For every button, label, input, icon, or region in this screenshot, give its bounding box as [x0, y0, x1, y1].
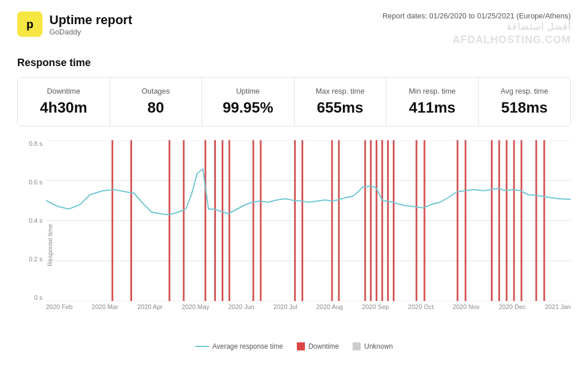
stat-value: 518ms [490, 99, 559, 117]
stat-label: Avg resp. time [490, 87, 559, 95]
stat-card-downtime: Downtime 4h30m [18, 78, 110, 126]
x-label-feb: 2020 Feb [46, 303, 72, 310]
header-right: Report dates: 01/26/2020 to 01/25/2021 (… [382, 11, 571, 47]
logo: p [17, 11, 42, 37]
legend-downtime: Downtime [297, 342, 339, 350]
watermark-arabic: أفضل استضافة [382, 21, 571, 33]
y-label-04: 0.4 s [29, 217, 42, 224]
x-label-dec: 2020 Dec [498, 303, 525, 310]
page-title: Uptime report [49, 13, 132, 28]
svg-rect-30 [498, 140, 500, 301]
section-title: Response time [17, 57, 571, 69]
svg-rect-24 [393, 140, 394, 301]
x-label-aug: 2020 Aug [316, 303, 343, 310]
svg-rect-26 [424, 140, 425, 301]
watermark: أفضل استضافة AFDALHOSTING.COM [382, 21, 571, 47]
chart-container: 0.8 s 0.6 s 0.4 s 0.2 s 0 s Response tim… [17, 140, 571, 335]
stat-card-avg-resp.-time: Avg resp. time 518ms [479, 78, 571, 126]
svg-rect-35 [543, 140, 545, 301]
stat-card-max-resp.-time: Max resp. time 655ms [295, 78, 387, 126]
x-label-may: 2020 May [181, 303, 209, 310]
svg-rect-29 [491, 140, 493, 301]
chart-legend: Average response time Downtime Unknown [17, 342, 571, 350]
header-title-block: Uptime report GoDaddy [49, 13, 132, 36]
stat-value: 4h30m [29, 99, 98, 117]
watermark-english: AFDALHOSTING.COM [382, 33, 571, 47]
y-label-08: 0.8 s [29, 140, 42, 147]
stat-value: 655ms [306, 99, 375, 117]
svg-rect-20 [370, 140, 372, 301]
svg-rect-16 [301, 140, 303, 301]
svg-rect-31 [506, 140, 508, 301]
svg-rect-18 [338, 140, 340, 301]
legend-avg-label: Average response time [212, 342, 283, 350]
svg-rect-22 [381, 140, 383, 301]
x-label-jan: 2021 Jan [545, 303, 571, 310]
svg-rect-10 [214, 140, 216, 301]
svg-rect-19 [364, 140, 366, 301]
legend-avg-line [195, 346, 209, 347]
legend-unknown: Unknown [353, 342, 393, 350]
legend-avg: Average response time [195, 342, 283, 350]
stat-value: 99.95% [214, 99, 283, 117]
svg-rect-12 [229, 140, 230, 301]
stat-card-min-resp.-time: Min resp. time 411ms [386, 78, 479, 126]
svg-rect-27 [457, 140, 458, 301]
svg-rect-21 [376, 140, 377, 301]
stat-label: Downtime [29, 87, 98, 95]
stat-label: Max resp. time [306, 87, 375, 95]
svg-rect-11 [222, 140, 223, 301]
svg-rect-13 [253, 140, 254, 301]
y-label-02: 0.2 s [29, 256, 42, 263]
x-label-apr: 2020 Apr [137, 303, 163, 310]
legend-unknown-rect [353, 342, 361, 350]
x-label-nov: 2020 Nov [452, 303, 479, 310]
svg-rect-17 [331, 140, 333, 301]
x-label-jun: 2020 Jun [229, 303, 254, 310]
x-axis: 2020 Feb 2020 Mar 2020 Apr 2020 May 2020… [17, 303, 571, 310]
stat-value: 411ms [398, 99, 467, 117]
svg-rect-28 [465, 140, 466, 301]
x-label-jul: 2020 Jul [273, 303, 297, 310]
x-label-mar: 2020 Mar [92, 303, 118, 310]
legend-unknown-label: Unknown [364, 342, 393, 350]
report-dates: Report dates: 01/26/2020 to 01/25/2021 (… [382, 11, 571, 20]
svg-rect-33 [521, 140, 523, 301]
svg-rect-7 [169, 140, 171, 301]
svg-rect-23 [387, 140, 389, 301]
svg-rect-8 [183, 140, 184, 301]
svg-rect-25 [416, 140, 417, 301]
x-label-oct: 2020 Oct [408, 303, 434, 310]
legend-downtime-label: Downtime [308, 342, 339, 350]
page-header: p Uptime report GoDaddy Report dates: 01… [17, 11, 571, 47]
stat-label: Min resp. time [398, 87, 467, 95]
svg-rect-5 [111, 140, 113, 301]
svg-rect-14 [260, 140, 262, 301]
svg-rect-32 [513, 140, 515, 301]
header-left: p Uptime report GoDaddy [17, 11, 132, 37]
stat-label: Outages [122, 87, 191, 95]
stat-label: Uptime [214, 87, 283, 95]
y-label-06: 0.6 s [29, 179, 42, 186]
svg-rect-9 [204, 140, 206, 301]
x-label-sep: 2020 Sep [362, 303, 389, 310]
y-label-0: 0 s [34, 294, 42, 301]
y-axis-label: Response time [47, 224, 53, 266]
stat-value: 80 [122, 99, 191, 117]
legend-downtime-rect [297, 342, 305, 350]
stat-card-uptime: Uptime 99.95% [202, 78, 295, 126]
chart-svg [46, 140, 571, 301]
page-subtitle: GoDaddy [49, 28, 132, 36]
stat-card-outages: Outages 80 [110, 78, 203, 126]
svg-rect-34 [535, 140, 537, 301]
svg-rect-6 [130, 140, 132, 301]
stats-row: Downtime 4h30m Outages 80 Uptime 99.95% … [17, 77, 571, 126]
svg-rect-15 [294, 140, 296, 301]
